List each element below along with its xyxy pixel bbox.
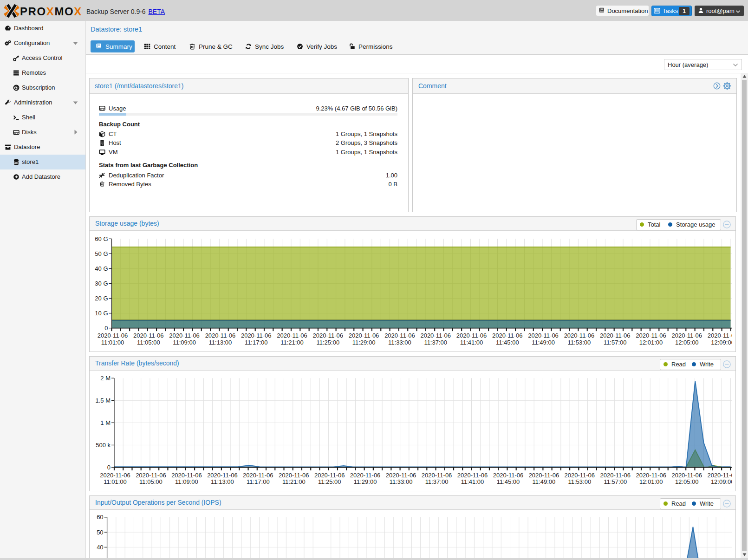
svg-text:12:05:00: 12:05:00 (675, 339, 699, 346)
svg-text:11:57:00: 11:57:00 (604, 478, 627, 485)
svg-text:2020-11-06: 2020-11-06 (243, 472, 273, 479)
svg-text:2020-11-06: 2020-11-06 (600, 472, 631, 479)
svg-text:11:17:00: 11:17:00 (247, 478, 270, 485)
svg-text:2020-11-06: 2020-11-06 (98, 332, 128, 339)
svg-text:50 G: 50 G (95, 250, 108, 257)
svg-text:11:25:00: 11:25:00 (318, 478, 341, 485)
svg-text:11:17:00: 11:17:00 (245, 339, 268, 346)
svg-text:0: 0 (104, 325, 108, 332)
svg-text:11:29:00: 11:29:00 (354, 478, 377, 485)
svg-text:2020-11-06: 2020-11-06 (707, 472, 732, 479)
svg-text:11:45:00: 11:45:00 (496, 339, 519, 346)
svg-text:11:13:00: 11:13:00 (209, 339, 232, 346)
svg-text:2020-11-06: 2020-11-06 (672, 332, 702, 339)
svg-text:40 G: 40 G (95, 265, 108, 272)
svg-text:2020-11-06: 2020-11-06 (456, 332, 487, 339)
svg-text:0: 0 (107, 464, 111, 471)
svg-text:2020-11-06: 2020-11-06 (529, 472, 559, 479)
svg-text:11:13:00: 11:13:00 (211, 478, 234, 485)
svg-text:500 k: 500 k (96, 442, 111, 449)
svg-text:2020-11-06: 2020-11-06 (279, 472, 309, 479)
svg-text:10 G: 10 G (95, 310, 108, 317)
svg-text:2020-11-06: 2020-11-06 (420, 332, 451, 339)
svg-text:2020-11-06: 2020-11-06 (386, 472, 416, 479)
svg-text:11:01:00: 11:01:00 (101, 339, 124, 346)
svg-text:11:45:00: 11:45:00 (497, 478, 520, 485)
svg-text:2 M: 2 M (100, 375, 111, 382)
svg-text:40: 40 (97, 544, 103, 551)
svg-text:2020-11-06: 2020-11-06 (313, 332, 344, 339)
svg-text:2020-11-06: 2020-11-06 (422, 472, 452, 479)
svg-text:2020-11-06: 2020-11-06 (205, 332, 236, 339)
svg-text:1.5 M: 1.5 M (95, 397, 111, 404)
svg-text:2020-11-06: 2020-11-06 (565, 472, 595, 479)
svg-text:12:05:00: 12:05:00 (675, 478, 699, 485)
svg-text:12:01:00: 12:01:00 (639, 339, 663, 346)
svg-text:11:37:00: 11:37:00 (425, 478, 449, 485)
svg-text:11:49:00: 11:49:00 (533, 478, 556, 485)
svg-text:2020-11-06: 2020-11-06 (133, 332, 164, 339)
svg-text:11:01:00: 11:01:00 (104, 478, 127, 485)
svg-text:2020-11-06: 2020-11-06 (349, 332, 379, 339)
svg-text:12:09:00: 12:09:00 (711, 478, 732, 485)
svg-text:11:41:00: 11:41:00 (461, 478, 484, 485)
svg-text:2020-11-06: 2020-11-06 (492, 332, 523, 339)
svg-text:2020-11-06: 2020-11-06 (241, 332, 272, 339)
svg-text:11:05:00: 11:05:00 (139, 478, 163, 485)
svg-text:12:01:00: 12:01:00 (639, 478, 663, 485)
svg-text:20 G: 20 G (95, 295, 108, 302)
svg-text:2020-11-06: 2020-11-06 (207, 472, 238, 479)
svg-text:11:09:00: 11:09:00 (173, 339, 196, 346)
svg-text:2020-11-06: 2020-11-06 (100, 472, 130, 479)
svg-text:30 G: 30 G (95, 280, 108, 287)
svg-text:2020-11-06: 2020-11-06 (493, 472, 524, 479)
svg-text:2020-11-06: 2020-11-06 (277, 332, 307, 339)
svg-text:60 G: 60 G (95, 235, 108, 242)
svg-text:11:41:00: 11:41:00 (460, 339, 483, 346)
svg-text:2020-11-06: 2020-11-06 (528, 332, 559, 339)
svg-text:60: 60 (97, 514, 103, 521)
svg-text:2020-11-06: 2020-11-06 (457, 472, 488, 479)
svg-text:11:33:00: 11:33:00 (390, 478, 413, 485)
svg-text:2020-11-06: 2020-11-06 (636, 472, 666, 479)
svg-text:11:49:00: 11:49:00 (532, 339, 555, 346)
svg-text:11:33:00: 11:33:00 (388, 339, 411, 346)
svg-text:12:09:00: 12:09:00 (711, 339, 732, 346)
svg-text:2020-11-06: 2020-11-06 (671, 472, 702, 479)
svg-text:11:53:00: 11:53:00 (568, 339, 591, 346)
svg-text:11:29:00: 11:29:00 (352, 339, 376, 346)
svg-text:2020-11-06: 2020-11-06 (384, 332, 415, 339)
svg-text:1 M: 1 M (100, 419, 111, 426)
svg-text:11:53:00: 11:53:00 (568, 478, 591, 485)
svg-text:2020-11-06: 2020-11-06 (314, 472, 345, 479)
svg-text:11:37:00: 11:37:00 (424, 339, 447, 346)
svg-text:2020-11-06: 2020-11-06 (350, 472, 381, 479)
svg-text:2020-11-06: 2020-11-06 (136, 472, 166, 479)
svg-text:11:21:00: 11:21:00 (282, 478, 306, 485)
svg-text:2020-11-06: 2020-11-06 (636, 332, 666, 339)
svg-text:11:09:00: 11:09:00 (175, 478, 198, 485)
svg-text:2020-11-06: 2020-11-06 (564, 332, 595, 339)
svg-text:11:21:00: 11:21:00 (280, 339, 304, 346)
svg-text:50: 50 (97, 529, 103, 536)
svg-text:2020-11-06: 2020-11-06 (171, 472, 202, 479)
svg-text:2020-11-06: 2020-11-06 (708, 332, 732, 339)
svg-text:11:25:00: 11:25:00 (316, 339, 339, 346)
svg-text:2020-11-06: 2020-11-06 (169, 332, 200, 339)
svg-text:11:05:00: 11:05:00 (137, 339, 160, 346)
svg-text:11:57:00: 11:57:00 (604, 339, 627, 346)
svg-text:2020-11-06: 2020-11-06 (600, 332, 631, 339)
